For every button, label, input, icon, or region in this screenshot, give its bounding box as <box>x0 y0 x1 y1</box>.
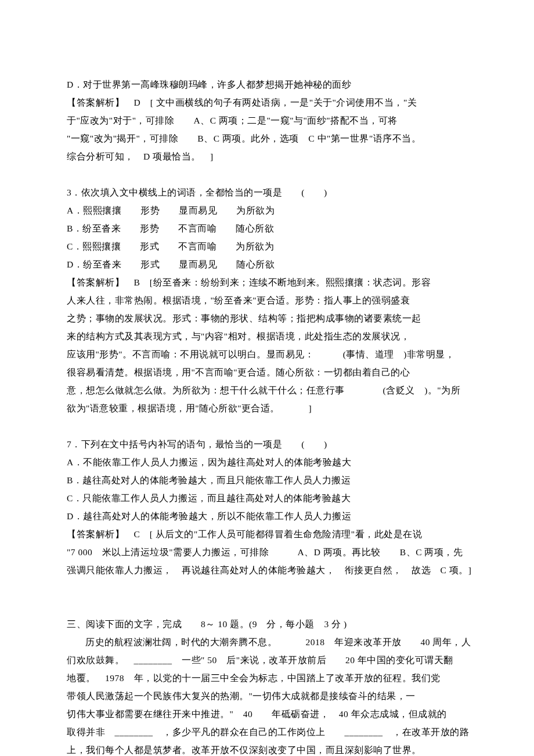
passage-line: 地覆。 1978 年，以党的十一届三中全会为标志，中国踏上了改革开放的征程。我们… <box>67 669 467 687</box>
passage-line: 带领人民激荡起一个民族伟大复兴的热潮。"一切伟大成就都是接续奋斗的结果，一 <box>67 687 467 705</box>
answer-explanation-line: 人来人往，非常热闹。根据语境，"纷至沓来"更合适。形势：指人事上的强弱盛衰 <box>67 291 467 309</box>
passage-line: 取得并非 ________ ，多少平凡的群众在自己的工作岗位上 ________… <box>67 723 467 741</box>
option-d: D．纷至沓来 形式 显而易见 随心所欲 <box>67 255 467 273</box>
blank-line <box>67 579 467 597</box>
answer-explanation-line: 很容易看清楚。根据语境，用"不言而喻"更合适。随心所欲：一切都由着自己的心 <box>67 363 467 381</box>
answer-explanation-line: "一窥"改为"揭开"，可排除 B、C 两项。此外，选项 C 中"第一世界"语序不… <box>67 129 467 147</box>
answer-explanation-line: 【答案解析】 C [ 从后文的"工作人员可能都得冒着生命危险清理"看，此处是在说 <box>67 525 467 543</box>
option-a: A．不能依靠工作人员人力搬运，因为越往高处对人的体能考验越大 <box>67 453 467 471</box>
option-c: C．熙熙攘攘 形式 不言而喻 为所欲为 <box>67 237 467 255</box>
passage-line: 上，我们每个人都是筑梦者。改革开放不仅深刻改变了中国，而且深刻影响了世界。 <box>67 741 467 756</box>
answer-explanation-line: 来的结构方式及其表现方式，与"内容"相对。根据语境，此处指生态的发展状况， <box>67 327 467 345</box>
question-3-stem: 3．依次填入文中横线上的词语，全都恰当的一项是 ( ) <box>67 183 467 201</box>
passage-line: 们欢欣鼓舞。 ________ 一些" 50 后"来说，改革开放前后 20 年中… <box>67 651 467 669</box>
answer-explanation-line: 强调只能依靠人力搬运， 再说越往高处对人的体能考验越大， 衔接更自然， 故选 C… <box>67 561 467 579</box>
answer-explanation-line: 之势；事物的发展状况。形式：事物的形状、结构等；指把构成事物的诸要素统一起 <box>67 309 467 327</box>
answer-explanation-line: 【答案解析】 D [ 文中画横线的句子有两处语病，一是"关于"介词使用不当，"关 <box>67 93 467 111</box>
question-7-stem: 7．下列在文中括号内补写的语句，最恰当的一项是 ( ) <box>67 435 467 453</box>
answer-explanation-line: 应该用"形势"。不言而喻：不用说就可以明白。显而易见： (事情、道理 )非常明显… <box>67 345 467 363</box>
option-b: B．越往高处对人的体能考验越大，而且只能依靠工作人员人力搬运 <box>67 471 467 489</box>
answer-explanation-line: 【答案解析】 B [纷至沓来：纷纷到来；连续不断地到来。熙熙攘攘：状态词。形容 <box>67 273 467 291</box>
answer-explanation-line: 欲为"语意较重，根据语境，用"随心所欲"更合适。 ] <box>67 399 467 417</box>
answer-explanation-line: 于"应改为"对于"，可排除 A、C 两项；二是"一窥"与"面纱"搭配不当，可将 <box>67 111 467 129</box>
blank-line <box>67 597 467 615</box>
passage-line: 切伟大事业都需要在继往开来中推进。" 40 年砥砺奋进， 40 年众志成城，但成… <box>67 705 467 723</box>
option-a: A．熙熙攘攘 形势 显而易见 为所欲为 <box>67 201 467 219</box>
option-d: D．对于世界第一高峰珠穆朗玛峰，许多人都梦想揭开她神秘的面纱 <box>67 75 467 93</box>
answer-explanation-line: "7 000 米以上清运垃圾"需要人力搬运，可排除 A、D 两项。再比较 B、C… <box>67 543 467 561</box>
answer-explanation-line: 意，想怎么做就怎么做。为所欲为：想干什么就干什么；任意行事 (含贬义 )。"为所 <box>67 381 467 399</box>
answer-explanation-line: 综合分析可知， D 项最恰当。 ] <box>67 147 467 165</box>
option-d: D．越往高处对人的体能考验越大，所以不能依靠工作人员人力搬运 <box>67 507 467 525</box>
blank-line <box>67 165 467 183</box>
blank-line <box>67 417 467 435</box>
option-c: C．只能依靠工作人员人力搬运，而且越往高处对人的体能考验越大 <box>67 489 467 507</box>
section-heading: 三、阅读下面的文字，完成 8～ 10 题。(9 分，每小题 3 分 ) <box>67 615 467 633</box>
option-b: B．纷至沓来 形势 不言而喻 随心所欲 <box>67 219 467 237</box>
passage-line: 历史的航程波澜壮阔，时代的大潮奔腾不息。 2018 年迎来改革开放 40 周年，… <box>67 633 467 651</box>
document-page: D．对于世界第一高峰珠穆朗玛峰，许多人都梦想揭开她神秘的面纱 【答案解析】 D … <box>0 0 534 756</box>
